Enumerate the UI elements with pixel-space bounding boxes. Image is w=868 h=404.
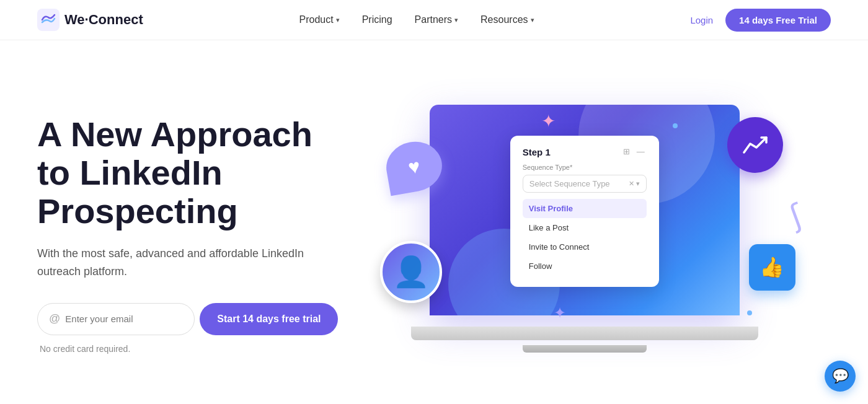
- nav-product[interactable]: Product ▾: [299, 14, 340, 25]
- start-trial-button[interactable]: Start 14 days free trial: [200, 303, 338, 335]
- laptop-base: [411, 327, 758, 340]
- clear-icon: ✕ ▾: [629, 180, 640, 188]
- sparkle-icon-2: ✦: [554, 304, 566, 322]
- logo-text: We·Connect: [64, 12, 143, 28]
- email-form: @ Start 14 days free trial: [37, 303, 338, 335]
- dot-decoration: [747, 310, 752, 315]
- menu-item-follow[interactable]: Follow: [523, 257, 647, 276]
- step-label: Step 1: [523, 147, 551, 157]
- email-input[interactable]: [65, 314, 183, 324]
- chat-icon: 💬: [832, 368, 849, 384]
- select-placeholder: Select Sequence Type: [529, 179, 610, 188]
- sequence-type-select[interactable]: Select Sequence Type ✕ ▾: [523, 175, 647, 193]
- trend-bubble: [727, 117, 783, 173]
- menu-item-like-post[interactable]: Like a Post: [523, 218, 647, 237]
- thumbs-up-bubble: 👍: [749, 244, 795, 291]
- hero-title: A New Approach to LinkedIn Prospecting: [37, 115, 338, 230]
- nav-links: Product ▾ Pricing Partners ▾ Resources ▾: [299, 14, 534, 25]
- sparkle-icon: ✦: [541, 111, 556, 131]
- person-icon: 👤: [392, 255, 430, 289]
- at-icon: @: [49, 312, 60, 325]
- login-button[interactable]: Login: [690, 15, 713, 25]
- laptop-illustration: ✦ ♥ Step 1: [405, 105, 764, 353]
- nav-pricing[interactable]: Pricing: [362, 14, 392, 25]
- laptop-screen: Step 1 ⊞ — Sequence Type* Select Sequenc…: [430, 105, 740, 315]
- laptop-foot: [523, 345, 647, 353]
- menu-item-invite-connect[interactable]: Invite to Connect: [523, 237, 647, 257]
- chevron-down-icon: ▾: [531, 16, 534, 24]
- step-card: Step 1 ⊞ — Sequence Type* Select Sequenc…: [510, 136, 659, 287]
- nav-partners[interactable]: Partners ▾: [415, 14, 458, 25]
- person-avatar: 👤: [380, 241, 442, 303]
- close-icon: ⊞: [623, 147, 633, 157]
- logo[interactable]: We·Connect: [37, 9, 143, 31]
- nav-trial-button[interactable]: 14 days Free Trial: [725, 9, 831, 32]
- chevron-down-icon: ▾: [454, 16, 458, 24]
- nav-actions: Login 14 days Free Trial: [690, 9, 831, 32]
- minimize-icon: —: [637, 147, 647, 157]
- navbar: We·Connect Product ▾ Pricing Partners ▾ …: [0, 0, 868, 40]
- email-input-wrap: @: [37, 303, 195, 335]
- nav-resources[interactable]: Resources ▾: [480, 14, 534, 25]
- hero-right: ✦ ♥ Step 1: [338, 65, 831, 404]
- hero-subtitle: With the most safe, advanced and afforda…: [37, 245, 322, 281]
- menu-item-visit-profile[interactable]: Visit Profile: [523, 199, 647, 218]
- dot-decoration: [673, 123, 678, 128]
- chevron-down-icon: ▾: [336, 16, 340, 24]
- hero-left: A New Approach to LinkedIn Prospecting W…: [37, 115, 338, 353]
- hero-section: A New Approach to LinkedIn Prospecting W…: [0, 40, 868, 404]
- squiggle-decoration: ʃ: [785, 196, 807, 234]
- chat-bubble-button[interactable]: 💬: [825, 361, 856, 392]
- sequence-type-label: Sequence Type*: [523, 164, 647, 171]
- no-credit-card-label: No credit card required.: [40, 344, 338, 354]
